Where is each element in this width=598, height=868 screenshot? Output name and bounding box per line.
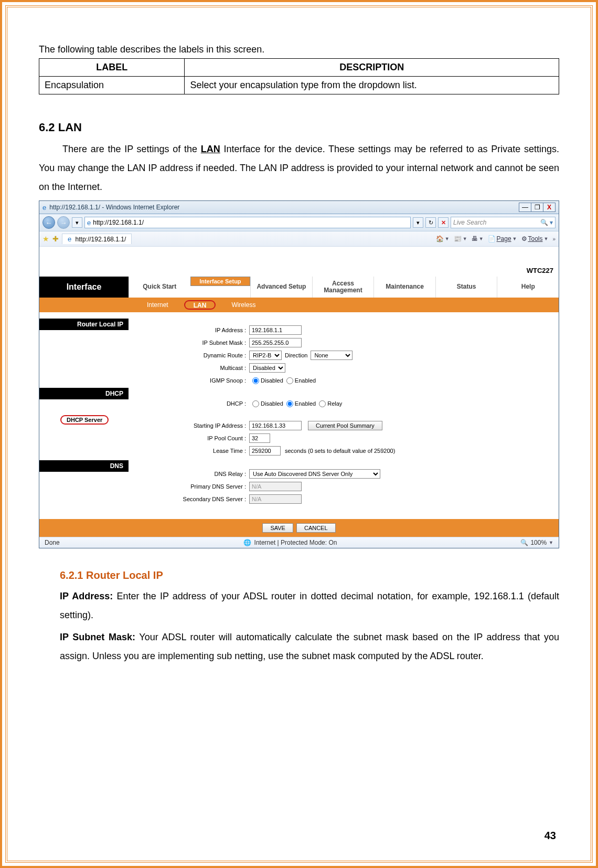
radio-igmp-disabled[interactable] [252,377,259,384]
add-favorite-icon[interactable]: ✚ [52,235,59,243]
model-label: WTC227 [39,263,559,277]
search-box[interactable]: Live Search 🔍 ▾ [451,217,556,228]
input-ip-address[interactable] [249,325,302,335]
lease-suffix: seconds (0 sets to default value of 2592… [285,448,395,454]
browser-tab[interactable]: e http://192.168.1.1/ [62,234,132,244]
stop-button[interactable]: ✕ [438,217,448,228]
label-dynamic-route: Dynamic Route : [129,352,249,358]
home-icon[interactable]: 🏠 ▼ [436,235,450,242]
label-ip-address: IP Address : [129,327,249,333]
search-icon[interactable]: 🔍 ▾ [540,219,553,226]
back-button[interactable]: ← [42,216,55,229]
label-dhcp: DHCP : [129,400,249,407]
history-dropdown[interactable]: ▾ [72,217,82,228]
ie-icon: e [68,235,71,243]
status-mode: Internet | Protected Mode: On [254,539,337,546]
section-heading: 6.2 LAN [39,121,559,134]
label-primary-dns: Primary DNS Server : [129,483,249,490]
radio-dhcp-enabled[interactable] [286,400,293,407]
label-multicast: Multicast : [129,365,249,371]
td-description: Select your encapsulation type from the … [185,77,559,94]
zoom-dropdown[interactable]: ▼ [549,540,553,545]
th-label: LABEL [39,59,185,77]
menu-status[interactable]: Status [435,277,497,298]
dhcp-server-badge: DHCP Server [60,415,109,425]
url-input[interactable] [93,219,408,226]
tools-menu[interactable]: ⚙ Tools ▼ [521,235,549,242]
table-row: Encapsulation Select your encapsulation … [39,77,559,94]
subsection-heading: 6.2.1 Router Local IP [60,569,559,581]
interface-title: Interface [39,277,129,298]
input-lease-time[interactable] [249,446,281,456]
label-igmp-snoop: IGMP Snoop : [129,377,249,384]
label-secondary-dns: Secondary DNS Server : [129,496,249,502]
input-secondary-dns [249,494,302,504]
section-dhcp: DHCP [39,388,129,399]
zoom-icon[interactable]: 🔍 [520,539,528,546]
globe-icon: 🌐 [243,539,251,546]
label-lease-time: Lease Time : [129,448,249,454]
radio-igmp-enabled[interactable] [286,377,293,384]
page-number: 43 [544,830,556,842]
menu-maintenance[interactable]: Maintenance [373,277,435,298]
intro-text: The following table describes the labels… [39,44,559,55]
menu-advanced-setup[interactable]: Advanced Setup [250,277,312,298]
label-description-table: LABEL DESCRIPTION Encapsulation Select y… [39,58,559,94]
save-button[interactable]: SAVE [262,523,293,533]
label-subnet-mask: IP Subnet Mask : [129,340,249,346]
submenu-internet[interactable]: Internet [147,301,168,309]
select-multicast[interactable]: Disabled [249,363,285,373]
forward-button[interactable]: → [57,216,70,229]
page-menu[interactable]: 📄 Page ▼ [488,235,517,242]
label-dns-relay: DNS Relay : [129,471,249,477]
feeds-icon[interactable]: 📰 ▼ [454,235,467,242]
menu-help[interactable]: Help [497,277,559,298]
input-pool-count[interactable] [249,433,270,443]
radio-dhcp-relay[interactable] [319,400,326,407]
browser-window: e http://192.168.1.1/ - Windows Internet… [39,200,559,548]
label-pool-count: IP Pool Count : [129,435,249,441]
submenu-lan[interactable]: LAN [184,300,216,310]
print-icon[interactable]: 🖶 ▼ [472,235,484,242]
current-pool-summary-button[interactable]: Current Pool Summary [308,421,382,430]
select-dns-relay[interactable]: Use Auto Discovered DNS Server Only [249,469,380,479]
label-direction: Direction [285,352,307,358]
close-button[interactable]: X [543,203,556,212]
select-dynamic-route[interactable]: RIP2-B [249,351,282,360]
zoom-value[interactable]: 100% [530,539,547,546]
th-description: DESCRIPTION [185,59,559,77]
section-dns: DNS [39,460,129,472]
address-bar[interactable]: e [84,217,411,228]
ie-icon: e [87,219,91,227]
maximize-button[interactable]: ❐ [531,203,543,212]
input-subnet-mask[interactable] [249,338,302,347]
section-body: There are the IP settings of the LAN Int… [39,140,559,196]
cancel-button[interactable]: CANCEL [296,523,336,533]
input-primary-dns [249,482,302,491]
menu-interface-setup[interactable]: Interface Setup [190,277,251,286]
ip-address-paragraph: IP Address: Enter the IP address of your… [60,587,559,624]
menu-quick-start[interactable]: Quick Start [129,277,190,298]
window-title: http://192.168.1.1/ - Windows Internet E… [49,204,179,211]
refresh-button[interactable]: ↻ [425,217,436,228]
more-icon[interactable]: » [552,236,556,242]
address-dropdown[interactable]: ▾ [413,217,423,228]
select-direction[interactable]: None [311,351,353,360]
label-start-ip: Starting IP Address : [129,422,249,429]
radio-dhcp-disabled[interactable] [252,400,259,407]
favorites-icon[interactable]: ★ [42,235,49,243]
td-label: Encapsulation [39,77,185,94]
submenu-wireless[interactable]: Wireless [231,301,255,309]
input-start-ip[interactable] [249,421,302,430]
subnet-mask-paragraph: IP Subnet Mask: Your ADSL router will au… [60,628,559,665]
section-router-local-ip: Router Local IP [39,319,129,330]
window-buttons[interactable]: — ❐ X [519,203,556,212]
menu-access-management[interactable]: Access Management [312,277,374,298]
status-done: Done [45,539,60,546]
ie-icon: e [42,204,46,211]
minimize-button[interactable]: — [519,203,531,212]
